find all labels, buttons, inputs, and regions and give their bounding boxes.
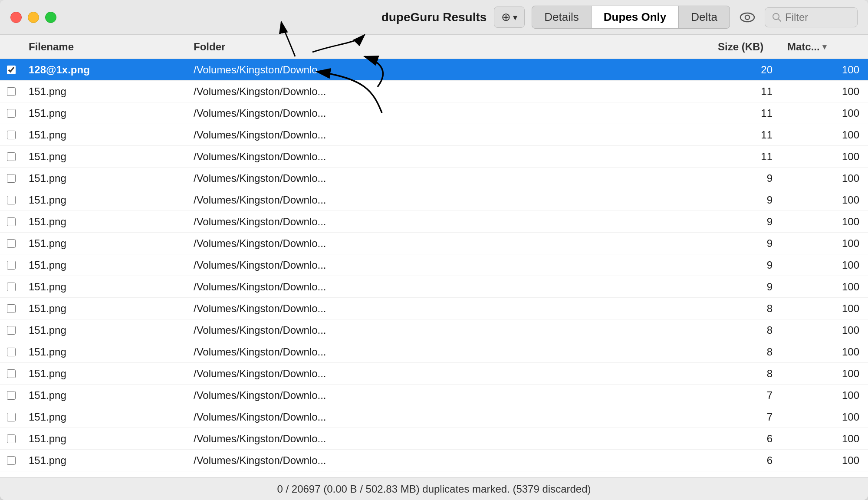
row-size: 11 bbox=[712, 86, 781, 98]
view-tab-group: Details Dupes Only Delta bbox=[532, 6, 730, 29]
close-button[interactable] bbox=[10, 12, 22, 23]
row-filename: 151.png bbox=[23, 129, 187, 141]
row-folder: /Volumes/Kingston/Downlo... bbox=[187, 411, 712, 423]
row-folder: /Volumes/Kingston/Downlo... bbox=[187, 346, 712, 358]
row-filename: 151.png bbox=[23, 454, 187, 467]
svg-line-3 bbox=[778, 19, 781, 21]
row-checkbox[interactable] bbox=[7, 434, 16, 443]
row-size: 11 bbox=[712, 129, 781, 141]
table-row[interactable]: 151.png/Volumes/Kingston/Downlo...9100 bbox=[0, 254, 868, 276]
row-folder: /Volumes/Kingston/Downlo... bbox=[187, 368, 712, 380]
col-header-size[interactable]: Size (KB) bbox=[712, 41, 781, 53]
tab-delta[interactable]: Delta bbox=[679, 6, 730, 28]
row-checkbox-cell bbox=[0, 348, 23, 356]
row-checkbox[interactable] bbox=[7, 239, 16, 248]
table-row[interactable]: 151.png/Volumes/Kingston/Downlo...7100 bbox=[0, 406, 868, 428]
row-match: 100 bbox=[781, 129, 868, 141]
statusbar-text: 0 / 20697 (0.00 B / 502.83 MB) duplicate… bbox=[277, 483, 591, 495]
row-checkbox[interactable] bbox=[7, 456, 16, 465]
row-filename: 151.png bbox=[23, 389, 187, 401]
table-row[interactable]: 151.png/Volumes/Kingston/Downlo...6100 bbox=[0, 471, 868, 477]
table-row[interactable]: 151.png/Volumes/Kingston/Downlo...9100 bbox=[0, 276, 868, 298]
minimize-button[interactable] bbox=[28, 12, 39, 23]
row-checkbox[interactable] bbox=[7, 304, 16, 313]
row-filename: 151.png bbox=[23, 151, 187, 163]
row-filename: 151.png bbox=[23, 194, 187, 206]
row-match: 100 bbox=[781, 368, 868, 380]
row-checkbox[interactable] bbox=[7, 152, 16, 161]
row-filename: 151.png bbox=[23, 86, 187, 98]
table-row[interactable]: 151.png/Volumes/Kingston/Downlo...9100 bbox=[0, 211, 868, 233]
row-folder: /Volumes/Kingston/Downlo... bbox=[187, 151, 712, 163]
row-checkbox[interactable] bbox=[7, 369, 16, 378]
row-checkbox-cell bbox=[0, 456, 23, 465]
tab-dupes-only[interactable]: Dupes Only bbox=[592, 6, 679, 28]
row-checkbox-cell bbox=[0, 196, 23, 204]
row-checkbox-cell bbox=[0, 283, 23, 291]
row-checkbox[interactable] bbox=[7, 348, 16, 356]
table-row[interactable]: 151.png/Volumes/Kingston/Downlo...11100 bbox=[0, 124, 868, 146]
row-size: 9 bbox=[712, 172, 781, 184]
row-checkbox[interactable] bbox=[7, 217, 16, 226]
table-row[interactable]: 151.png/Volumes/Kingston/Downlo...11100 bbox=[0, 102, 868, 124]
sort-arrow-icon: ▾ bbox=[822, 42, 826, 52]
row-folder: /Volumes/Kingston/Downlo... bbox=[187, 454, 712, 467]
row-filename: 151.png bbox=[23, 237, 187, 250]
row-folder: /Volumes/Kingston/Downlo... bbox=[187, 216, 712, 228]
table-row[interactable]: 151.png/Volumes/Kingston/Downlo...11100 bbox=[0, 146, 868, 168]
table-row[interactable]: 151.png/Volumes/Kingston/Downlo...9100 bbox=[0, 189, 868, 211]
table-row[interactable]: 128@1x.png/Volumes/Kingston/Downlo...201… bbox=[0, 59, 868, 81]
filter-input[interactable] bbox=[785, 11, 850, 23]
row-match: 100 bbox=[781, 172, 868, 184]
action-menu-button[interactable]: ⊕ ▾ bbox=[494, 7, 525, 28]
row-match: 100 bbox=[781, 237, 868, 250]
table-row[interactable]: 151.png/Volumes/Kingston/Downlo...8100 bbox=[0, 341, 868, 363]
preview-button[interactable] bbox=[737, 7, 758, 28]
table-row[interactable]: 151.png/Volumes/Kingston/Downlo...11100 bbox=[0, 81, 868, 102]
col-header-match[interactable]: Matc... ▾ bbox=[781, 41, 868, 53]
row-checkbox[interactable] bbox=[7, 109, 16, 118]
table-row[interactable]: 151.png/Volumes/Kingston/Downlo...6100 bbox=[0, 428, 868, 450]
table-row[interactable]: 151.png/Volumes/Kingston/Downlo...8100 bbox=[0, 298, 868, 319]
row-match: 100 bbox=[781, 346, 868, 358]
action-menu-dropdown-icon: ▾ bbox=[513, 12, 517, 23]
row-checkbox-cell bbox=[0, 434, 23, 443]
maximize-button[interactable] bbox=[45, 12, 56, 23]
row-size: 11 bbox=[712, 151, 781, 163]
row-filename: 151.png bbox=[23, 259, 187, 271]
table-row[interactable]: 151.png/Volumes/Kingston/Downlo...6100 bbox=[0, 450, 868, 471]
table-row[interactable]: 151.png/Volumes/Kingston/Downlo...8100 bbox=[0, 363, 868, 385]
table-row[interactable]: 151.png/Volumes/Kingston/Downlo...9100 bbox=[0, 168, 868, 189]
window-title: dupeGuru Results bbox=[381, 10, 487, 24]
row-checkbox-cell bbox=[0, 261, 23, 270]
row-size: 9 bbox=[712, 194, 781, 206]
row-filename: 151.png bbox=[23, 433, 187, 445]
row-filename: 151.png bbox=[23, 107, 187, 119]
row-checkbox[interactable] bbox=[7, 261, 16, 270]
row-match: 100 bbox=[781, 389, 868, 401]
row-filename: 151.png bbox=[23, 172, 187, 184]
row-checkbox[interactable] bbox=[7, 66, 16, 74]
row-folder: /Volumes/Kingston/Downlo... bbox=[187, 64, 712, 76]
row-checkbox[interactable] bbox=[7, 391, 16, 400]
row-size: 8 bbox=[712, 346, 781, 358]
row-filename: 128@1x.png bbox=[23, 64, 187, 76]
row-checkbox[interactable] bbox=[7, 196, 16, 204]
row-folder: /Volumes/Kingston/Downlo... bbox=[187, 303, 712, 315]
table-row[interactable]: 151.png/Volumes/Kingston/Downlo...7100 bbox=[0, 385, 868, 406]
row-match: 100 bbox=[781, 107, 868, 119]
row-checkbox[interactable] bbox=[7, 283, 16, 291]
col-header-folder[interactable]: Folder bbox=[187, 41, 712, 53]
action-menu-icon: ⊕ bbox=[501, 10, 510, 24]
col-header-filename[interactable]: Filename bbox=[23, 41, 187, 53]
row-checkbox[interactable] bbox=[7, 87, 16, 96]
row-folder: /Volumes/Kingston/Downlo... bbox=[187, 86, 712, 98]
row-checkbox[interactable] bbox=[7, 174, 16, 183]
table-row[interactable]: 151.png/Volumes/Kingston/Downlo...9100 bbox=[0, 233, 868, 254]
row-size: 6 bbox=[712, 454, 781, 467]
row-checkbox[interactable] bbox=[7, 413, 16, 421]
tab-details[interactable]: Details bbox=[532, 6, 591, 28]
table-row[interactable]: 151.png/Volumes/Kingston/Downlo...8100 bbox=[0, 319, 868, 341]
row-checkbox[interactable] bbox=[7, 131, 16, 139]
row-checkbox[interactable] bbox=[7, 326, 16, 335]
